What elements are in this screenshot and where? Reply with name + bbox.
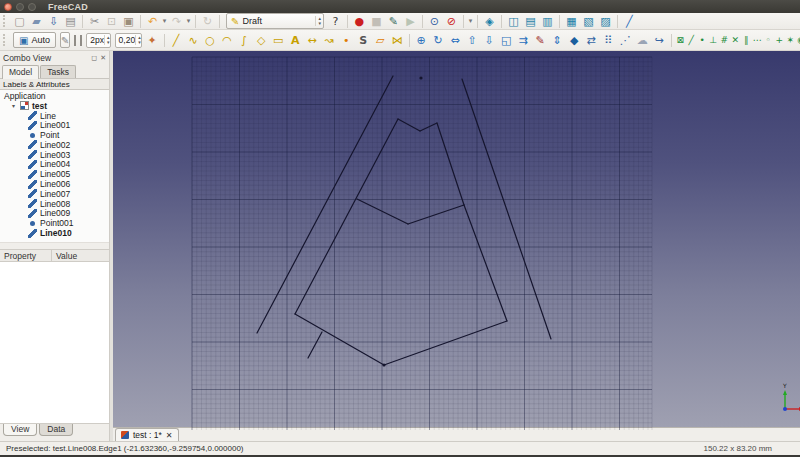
spin-steppers[interactable]: ▴▾ xyxy=(135,35,141,45)
draft-clone-icon[interactable]: ☁ xyxy=(635,33,650,48)
paste-icon[interactable]: ▣ xyxy=(121,14,136,29)
draft-bspline-icon[interactable]: ∫ xyxy=(237,33,252,48)
tree-item-line006[interactable]: Line006 xyxy=(0,179,109,189)
draft-shape2dview-icon[interactable]: ◆ xyxy=(567,33,582,48)
draft-arc-icon[interactable]: ◠ xyxy=(220,33,235,48)
draft-polygon-icon[interactable]: ◇ xyxy=(254,33,269,48)
draft-canvas[interactable]: XY xyxy=(113,51,800,430)
draft-path-array-icon[interactable]: ⋰ xyxy=(618,33,633,48)
snap-endpoint-icon[interactable]: ╱ xyxy=(686,34,697,47)
draft-array-icon[interactable]: ⠿ xyxy=(601,33,616,48)
snap-midpoint-icon[interactable]: • xyxy=(697,34,708,47)
refresh-icon[interactable]: ↻ xyxy=(200,14,215,29)
macro-record-icon[interactable]: ● xyxy=(352,14,367,29)
apply-style-button[interactable]: ✦ xyxy=(145,33,160,48)
3d-viewport[interactable]: XY xyxy=(113,51,800,427)
print-icon[interactable]: ▤ xyxy=(63,14,78,29)
draft-circle-icon[interactable]: ○ xyxy=(203,33,218,48)
redo-icon[interactable]: ↷ xyxy=(169,14,184,29)
draft-trimex-icon[interactable]: ⇉ xyxy=(516,33,531,48)
face-color-swatch[interactable] xyxy=(80,35,82,46)
combo-steppers[interactable]: ▴▾ xyxy=(315,16,321,26)
tab-view[interactable]: View xyxy=(3,424,37,436)
undo-menu-caret-icon[interactable]: ▾ xyxy=(161,17,168,25)
expander-icon[interactable]: ▾ xyxy=(10,102,17,109)
view-axonometric-icon[interactable]: ◈ xyxy=(482,14,497,29)
view-left-icon[interactable]: ▨ xyxy=(598,14,613,29)
point001-vertex[interactable] xyxy=(382,363,385,366)
draft-point-icon[interactable]: • xyxy=(339,33,354,48)
draft-offset-icon[interactable]: ⇔ xyxy=(448,33,463,48)
scale-spinbox[interactable]: 0,20 ▴▾ xyxy=(115,33,142,48)
new-file-icon[interactable]: ▢ xyxy=(12,14,27,29)
style-button[interactable]: ✎ xyxy=(60,32,70,48)
snap-lock-icon[interactable]: ⊠ xyxy=(675,34,686,47)
copy-icon[interactable]: ⊡ xyxy=(104,14,119,29)
snap-parallel-icon[interactable]: ∥ xyxy=(741,34,752,47)
tree-item-application[interactable]: Application xyxy=(0,91,109,101)
tree-item-line009[interactable]: Line009 xyxy=(0,209,109,219)
tree-item-line003[interactable]: Line003 xyxy=(0,150,109,160)
cut-icon[interactable]: ✂ xyxy=(87,14,102,29)
view-bottom-icon[interactable]: ▧ xyxy=(581,14,596,29)
tree-item-test[interactable]: ▾test xyxy=(0,101,109,111)
draft-upgrade-icon[interactable]: ⇧ xyxy=(465,33,480,48)
property-column-header[interactable]: Property xyxy=(0,250,52,261)
draft-add-to-group-icon[interactable]: ↪ xyxy=(652,33,667,48)
snap-grid-icon[interactable]: # xyxy=(719,34,730,47)
draft-wire-icon[interactable]: ∿ xyxy=(186,33,201,48)
whats-this-icon[interactable]: ? xyxy=(328,14,343,29)
spin-steppers[interactable]: ▴▾ xyxy=(104,35,110,45)
draft-dimension-icon[interactable]: ↔ xyxy=(305,33,320,48)
value-column-header[interactable]: Value xyxy=(52,251,109,261)
view-front-icon[interactable]: ◫ xyxy=(506,14,521,29)
draft-edit-icon[interactable]: ✎ xyxy=(533,33,548,48)
tree-item-line[interactable]: Line xyxy=(0,111,109,121)
draft-bezier-icon[interactable]: ↝ xyxy=(322,33,337,48)
draft-rotate-icon[interactable]: ↻ xyxy=(431,33,446,48)
stray-line[interactable] xyxy=(308,332,322,358)
redo-menu-caret-icon[interactable]: ▾ xyxy=(185,17,192,25)
tab-model[interactable]: Model xyxy=(2,65,39,79)
toolbar-drag-handle[interactable] xyxy=(3,15,8,27)
workbench-selector[interactable]: ✎Draft▴▾ xyxy=(226,13,324,29)
window-close-button[interactable] xyxy=(4,3,12,11)
snap-ortho-icon[interactable]: + xyxy=(774,34,785,47)
draft-shapestring-icon[interactable]: S xyxy=(356,33,371,48)
tree-item-line010[interactable]: Line010 xyxy=(0,228,109,238)
draft-mirror-icon[interactable]: ⋈ xyxy=(390,33,405,48)
line-width-spinbox[interactable]: 2px ▴▾ xyxy=(86,33,110,48)
draft-text-icon[interactable]: A xyxy=(288,33,303,48)
tree-item-line008[interactable]: Line008 xyxy=(0,199,109,209)
line-color-swatch[interactable] xyxy=(74,35,76,46)
open-file-icon[interactable]: ▰ xyxy=(29,14,44,29)
property-table-body[interactable] xyxy=(0,262,109,424)
vee-right-line[interactable] xyxy=(408,205,464,224)
window-minimize-button[interactable] xyxy=(16,3,24,11)
snap-center-icon[interactable]: ◉ xyxy=(796,34,800,47)
measure-distance-icon[interactable]: ╱ xyxy=(622,14,637,29)
tree-item-point[interactable]: Point xyxy=(0,130,109,140)
tree-item-line001[interactable]: Line001 xyxy=(0,120,109,130)
working-plane-auto-button[interactable]: ▣ Auto xyxy=(13,32,56,48)
snap-near-icon[interactable]: ◦ xyxy=(763,34,774,47)
draft-downgrade-icon[interactable]: ⇩ xyxy=(482,33,497,48)
draft-line-icon[interactable]: ╱ xyxy=(169,33,184,48)
dock-close-button[interactable]: ✕ xyxy=(100,54,106,62)
snap-special-icon[interactable]: ✶ xyxy=(785,34,796,47)
save-file-icon[interactable]: ⇩ xyxy=(46,14,61,29)
draft-scale-icon[interactable]: ◱ xyxy=(499,33,514,48)
tree-item-line002[interactable]: Line002 xyxy=(0,140,109,150)
macro-edit-icon[interactable]: ✎ xyxy=(386,14,401,29)
document-tab-close-icon[interactable]: ✕ xyxy=(166,431,173,440)
tree-item-line007[interactable]: Line007 xyxy=(0,189,109,199)
macro-play-icon[interactable]: ▶ xyxy=(403,14,418,29)
macro-stop-icon[interactable]: ■ xyxy=(369,14,384,29)
inner-right-upper-line[interactable] xyxy=(437,123,464,205)
point-vertex[interactable] xyxy=(419,76,422,79)
tab-data[interactable]: Data xyxy=(39,424,73,436)
toolbar-drag-handle[interactable] xyxy=(3,34,8,46)
draft-stretch-icon[interactable]: ⇕ xyxy=(550,33,565,48)
window-maximize-button[interactable] xyxy=(28,3,36,11)
panel-splitter[interactable] xyxy=(0,242,109,249)
